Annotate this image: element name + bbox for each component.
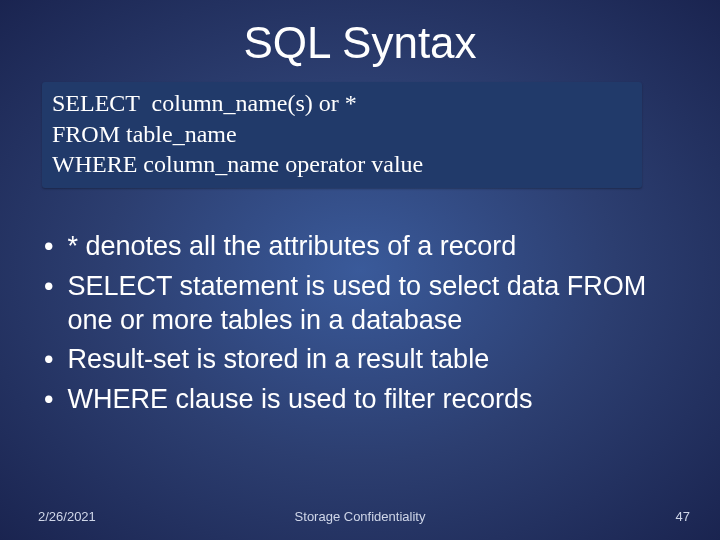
code-line-where: WHERE column_name operator value [52,149,632,180]
bullet-icon: • [44,343,53,377]
code-line-select: SELECT column_name(s) or * [52,88,632,119]
list-item: • SELECT statement is used to select dat… [42,270,678,338]
list-item: • WHERE clause is used to filter records [42,383,678,417]
slide: SQL Syntax SELECT column_name(s) or * FR… [0,0,720,540]
code-line-from: FROM table_name [52,119,632,150]
slide-footer: 2/26/2021 Storage Confidentiality 47 [0,504,720,524]
bullet-icon: • [44,230,53,264]
bullet-text: * denotes all the attributes of a record [67,230,678,264]
sql-syntax-box: SELECT column_name(s) or * FROM table_na… [42,82,642,188]
footer-page-number: 47 [676,509,690,524]
list-item: • Result-set is stored in a result table [42,343,678,377]
bullet-text: SELECT statement is used to select data … [67,270,678,338]
footer-title: Storage Confidentiality [0,509,720,524]
bullet-list: • * denotes all the attributes of a reco… [42,230,678,423]
bullet-text: Result-set is stored in a result table [67,343,678,377]
list-item: • * denotes all the attributes of a reco… [42,230,678,264]
bullet-text: WHERE clause is used to filter records [67,383,678,417]
slide-title: SQL Syntax [0,18,720,68]
bullet-icon: • [44,270,53,304]
bullet-icon: • [44,383,53,417]
